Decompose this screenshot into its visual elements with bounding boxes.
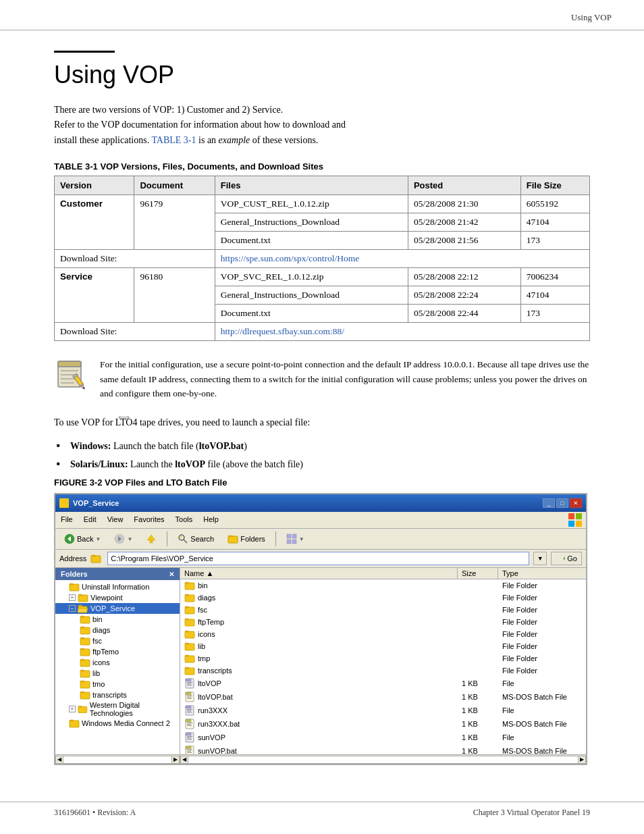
folder-icon-tmo <box>80 679 90 689</box>
file-item-bin[interactable]: bin File Folder <box>180 579 586 592</box>
scroll-left[interactable]: ◀ <box>55 756 63 764</box>
svg-rect-44 <box>185 607 194 614</box>
col-header-name[interactable]: Name ▲ <box>180 568 458 579</box>
explorer-window: VOP_Service _ □ ✕ File Edit View Favorit… <box>54 493 587 765</box>
body-paragraph: To use VOP for LTO4 tape drives, you nee… <box>54 415 590 430</box>
download-link-2[interactable]: http://dlrequest.sfbay.sun.com:88/ <box>221 326 344 336</box>
folder-panel-content[interactable]: Uninstall Information + Viewpoint − <box>55 580 180 754</box>
page-container: Using VOP Using VOP There are two versio… <box>0 0 644 834</box>
file-item-sunvop-bat[interactable]: sunVOP.bat 1 KB MS-DOS Batch File <box>180 744 586 754</box>
folders-button[interactable]: Folders <box>223 531 270 546</box>
scroll-right[interactable]: ▶ <box>171 756 180 764</box>
menu-help[interactable]: Help <box>198 513 224 527</box>
file-item-ftpTemp[interactable]: ftpTemp File Folder <box>180 616 586 628</box>
toolbar-separator <box>167 531 167 546</box>
toolbar-separator-2 <box>275 531 276 546</box>
file-item-run3xxx[interactable]: run3XXX 1 KB File <box>180 704 586 717</box>
folder-icon-wmc <box>69 719 80 728</box>
file-item-diags[interactable]: diags File Folder <box>180 592 586 604</box>
size-cell: 7006234 <box>520 268 589 286</box>
folder-item-vop-service[interactable]: − VOP_Service <box>55 603 180 614</box>
folder-item-transcripts[interactable]: transcripts <box>55 689 180 700</box>
svg-rect-29 <box>70 584 79 591</box>
expand-icon-vop[interactable]: − <box>69 605 76 612</box>
bat-file-icon-3 <box>184 746 195 754</box>
svg-rect-43 <box>185 595 194 602</box>
svg-rect-79 <box>187 752 192 753</box>
folder-item-lib[interactable]: lib <box>55 668 180 679</box>
menu-tools[interactable]: Tools <box>170 513 198 527</box>
minimize-button[interactable]: _ <box>543 498 555 508</box>
folder-item-icons[interactable]: icons <box>55 657 180 668</box>
menu-file[interactable]: File <box>55 513 78 527</box>
table-row: Customer 96179 VOP_CUST_REL_1.0.12.zip 0… <box>55 195 590 213</box>
folder-item-ftpTemo[interactable]: ftpTemo <box>55 646 180 657</box>
file-cell: Document.txt <box>215 305 408 323</box>
svg-rect-35 <box>80 649 90 656</box>
svg-rect-67 <box>187 723 192 723</box>
intro-text: There are two versions of VOP: 1) Custom… <box>54 103 513 148</box>
scroll-right-file[interactable]: ▶ <box>578 756 586 764</box>
menu-edit[interactable]: Edit <box>78 513 102 527</box>
search-button[interactable]: Search <box>173 531 219 546</box>
close-button[interactable]: ✕ <box>570 498 582 508</box>
folder-item-bin[interactable]: bin <box>55 614 180 625</box>
close-folders-icon[interactable]: ✕ <box>169 571 174 578</box>
col-header-type[interactable]: Type <box>498 568 586 579</box>
file-item-fsc[interactable]: fsc File Folder <box>180 604 586 616</box>
folder-item-wdt[interactable]: + Western Digital Technologies <box>55 700 180 718</box>
file-item-run3xxx-bat[interactable]: run3XXX.bat 1 KB MS-DOS Batch File <box>180 717 586 731</box>
h-scrollbar-track[interactable] <box>63 756 171 764</box>
folder-panel-scrollbar[interactable]: ◀ ▶ <box>55 754 180 764</box>
folder-item-fsc[interactable]: fsc <box>55 635 180 646</box>
file-item-sunvop[interactable]: sunVOP 1 KB File <box>180 731 586 744</box>
table-link[interactable]: TABLE 3-1 <box>151 135 196 145</box>
file-item-lib[interactable]: lib File Folder <box>180 640 586 652</box>
forward-icon <box>114 533 125 544</box>
up-button[interactable] <box>141 531 161 546</box>
file-type: MS-DOS Batch File <box>498 691 586 703</box>
scroll-left-file[interactable]: ◀ <box>180 756 188 764</box>
file-item-ltovop[interactable]: ltoVOP 1 KB File <box>180 677 586 690</box>
file-item-ltovop-bat[interactable]: ltoVOP.bat 1 KB MS-DOS Batch File <box>180 690 586 704</box>
folder-item-diags[interactable]: diags <box>55 625 180 635</box>
expand-icon-viewpoint[interactable]: + <box>69 594 76 601</box>
folder-item-viewpoint[interactable]: + Viewpoint <box>55 592 180 603</box>
expand-icon-wdt[interactable]: + <box>69 706 76 712</box>
folder-item-wmc[interactable]: Windows Media Connect 2 <box>55 718 180 729</box>
file-panel-content[interactable]: bin File Folder diags <box>180 579 586 754</box>
address-input-field[interactable]: C:\Program Files\VOP_Service <box>107 552 529 565</box>
file-panel-scrollbar[interactable]: ◀ ▶ <box>180 754 586 764</box>
file-item-tmp[interactable]: tmp File Folder <box>180 652 586 664</box>
folder-label: bin <box>92 615 103 623</box>
folders-header-label: Folders <box>61 570 88 578</box>
menu-view[interactable]: View <box>102 513 129 527</box>
svg-rect-77 <box>187 750 192 750</box>
col-header-size[interactable]: Size <box>458 568 498 579</box>
footer-right: Chapter 3 Virtual Operator Panel 19 <box>473 808 590 818</box>
file-cell: Document.txt <box>215 232 408 250</box>
maximize-button[interactable]: □ <box>556 498 568 508</box>
address-dropdown-arrow[interactable]: ▼ <box>533 552 547 565</box>
folder-item-tmo[interactable]: tmo <box>55 679 180 689</box>
svg-marker-28 <box>557 556 565 561</box>
svg-rect-41 <box>70 721 79 727</box>
back-button[interactable]: Back ▼ <box>59 531 105 546</box>
list-item: Windows: Launch the batch file (ltoVOP.b… <box>68 438 590 454</box>
download-link-1[interactable]: https://spe.sun.com/spx/control/Home <box>221 253 360 263</box>
header-title: Using VOP <box>571 12 612 22</box>
h-scrollbar-track-file[interactable] <box>188 756 578 764</box>
file-item-icons[interactable]: icons File Folder <box>180 628 586 640</box>
forward-button[interactable]: ▼ <box>109 531 137 546</box>
file-type: File <box>498 704 586 716</box>
svg-rect-48 <box>185 656 194 662</box>
svg-rect-71 <box>186 733 191 735</box>
views-button[interactable]: ▼ <box>281 531 309 546</box>
file-item-transcripts[interactable]: transcripts File Folder <box>180 664 586 677</box>
exe-file-icon-3 <box>184 732 195 743</box>
menu-favorites[interactable]: Favorites <box>128 513 169 527</box>
bullet-bold-2: Solaris/Linux: <box>70 459 128 469</box>
go-button[interactable]: Go <box>551 552 582 565</box>
forward-dropdown: ▼ <box>127 536 132 542</box>
folder-item-uninstall[interactable]: Uninstall Information <box>55 581 180 592</box>
